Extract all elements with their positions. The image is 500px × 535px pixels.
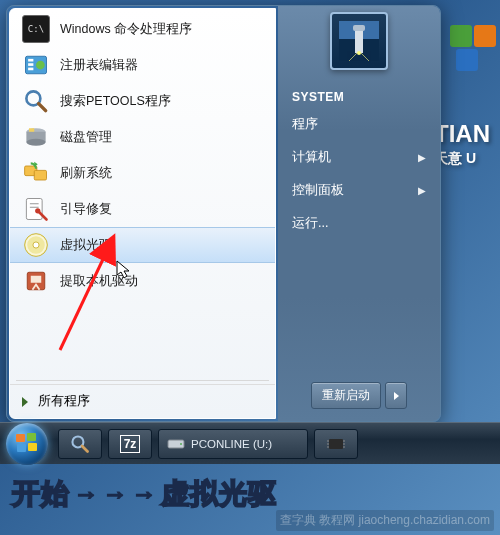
- svg-rect-14: [26, 199, 42, 220]
- bootrepair-icon: [22, 195, 50, 223]
- start-menu: C:\ Windows 命令处理程序 注册表编辑器 搜索PETOOLS程序 磁盘…: [6, 5, 441, 422]
- user-avatar: [330, 12, 388, 70]
- svg-point-9: [26, 139, 45, 146]
- svg-rect-2: [28, 63, 33, 66]
- svg-line-6: [39, 104, 46, 111]
- menu-driverbackup[interactable]: 提取本机驱动: [10, 263, 275, 299]
- svg-rect-31: [28, 443, 37, 451]
- chevron-icon: ▶: [418, 185, 426, 196]
- svg-rect-25: [355, 29, 363, 53]
- svg-line-33: [82, 446, 88, 452]
- svg-rect-36: [329, 439, 343, 449]
- svg-rect-22: [31, 276, 42, 283]
- svg-rect-12: [34, 170, 46, 180]
- desktop-squares: [450, 25, 490, 65]
- svg-rect-10: [29, 128, 34, 132]
- svg-point-27: [357, 51, 361, 55]
- desktop-brand: TIAN 天意 U: [434, 120, 490, 168]
- svg-point-4: [36, 61, 45, 70]
- svg-rect-26: [353, 25, 365, 31]
- drive-label: PCONLINE (U:): [191, 438, 272, 450]
- right-run[interactable]: 运行...: [278, 207, 440, 240]
- drive-icon: [167, 438, 185, 450]
- menu-search-petools[interactable]: 搜索PETOOLS程序: [10, 83, 275, 119]
- menu-virtualdrive[interactable]: 虚拟光驱: [10, 227, 275, 263]
- restart-button[interactable]: 重新启动: [311, 382, 381, 409]
- restart-row: 重新启动: [301, 372, 417, 421]
- taskbar-7z[interactable]: 7z: [108, 429, 152, 459]
- svg-point-17: [35, 208, 40, 213]
- svg-rect-28: [16, 434, 25, 442]
- svg-point-20: [33, 242, 39, 248]
- taskbar-search[interactable]: [58, 429, 102, 459]
- svg-rect-30: [17, 444, 26, 452]
- virtualdrive-icon: [22, 231, 50, 259]
- taskbar-chip[interactable]: [314, 429, 358, 459]
- start-menu-right: SYSTEM 程序 计算机▶ 控制面板▶ 运行... 重新启动: [278, 6, 440, 421]
- search-icon: [22, 87, 50, 115]
- start-menu-left: C:\ Windows 命令处理程序 注册表编辑器 搜索PETOOLS程序 磁盘…: [9, 8, 276, 419]
- diskmgmt-icon: [22, 123, 50, 151]
- all-programs[interactable]: 所有程序: [10, 384, 275, 418]
- menu-label: 磁盘管理: [60, 129, 112, 146]
- watermark: 查字典 教程网 jiaocheng.chazidian.com: [276, 510, 494, 531]
- start-button[interactable]: [6, 423, 48, 465]
- menu-cmd[interactable]: C:\ Windows 命令处理程序: [10, 11, 275, 47]
- cmd-icon: C:\: [22, 15, 50, 43]
- menu-label: 刷新系统: [60, 165, 112, 182]
- right-programs[interactable]: 程序: [278, 108, 440, 141]
- menu-label: 注册表编辑器: [60, 57, 138, 74]
- menu-diskmgmt[interactable]: 磁盘管理: [10, 119, 275, 155]
- caption: 开始 →→→ 虚拟光驱: [12, 475, 277, 513]
- menu-bootrepair[interactable]: 引导修复: [10, 191, 275, 227]
- right-controlpanel[interactable]: 控制面板▶: [278, 174, 440, 207]
- svg-rect-3: [28, 68, 33, 71]
- separator: [16, 380, 269, 381]
- menu-label: Windows 命令处理程序: [60, 21, 192, 38]
- svg-point-35: [180, 443, 182, 445]
- svg-rect-29: [27, 433, 36, 441]
- user-name: SYSTEM: [278, 80, 440, 108]
- taskbar-drive[interactable]: PCONLINE (U:): [158, 429, 308, 459]
- regedit-icon: [22, 51, 50, 79]
- arrow-icon: [22, 397, 28, 407]
- menu-label: 搜索PETOOLS程序: [60, 93, 171, 110]
- menu-label: 提取本机驱动: [60, 273, 138, 290]
- right-computer[interactable]: 计算机▶: [278, 141, 440, 174]
- chevron-icon: ▶: [418, 152, 426, 163]
- refresh-icon: [22, 159, 50, 187]
- driverbackup-icon: [22, 267, 50, 295]
- svg-rect-1: [28, 59, 33, 62]
- menu-refresh[interactable]: 刷新系统: [10, 155, 275, 191]
- menu-label: 引导修复: [60, 201, 112, 218]
- restart-options[interactable]: [385, 382, 407, 409]
- start-menu-list: C:\ Windows 命令处理程序 注册表编辑器 搜索PETOOLS程序 磁盘…: [10, 9, 275, 377]
- menu-label: 虚拟光驱: [60, 237, 112, 254]
- all-programs-label: 所有程序: [38, 393, 90, 410]
- taskbar: 7z PCONLINE (U:): [0, 422, 500, 464]
- menu-regedit[interactable]: 注册表编辑器: [10, 47, 275, 83]
